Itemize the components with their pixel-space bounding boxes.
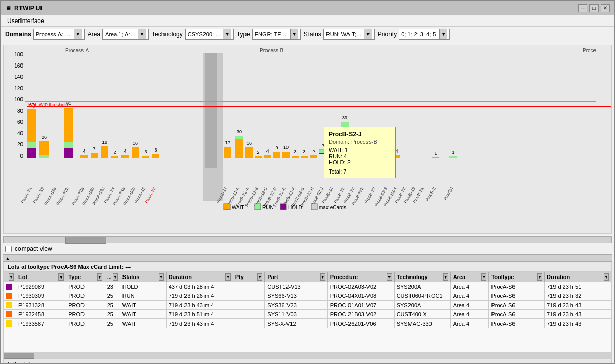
th-duration2[interactable]: Duration▼ [545, 272, 611, 282]
menu-item-userinterface[interactable]: UserInterface [3, 16, 48, 26]
area-select[interactable]: Area.1; Area.2... ▼ [102, 29, 149, 40]
chart-container[interactable]: High WIP threshold 180 160 140 120 100 8… [3, 45, 612, 234]
technology-dropdown-icon[interactable]: ▼ [223, 29, 231, 39]
domains-select[interactable]: Process-A; Pr... ▼ [33, 29, 85, 40]
svg-text:1: 1 [434, 151, 437, 156]
technology-select[interactable]: CSYS200; CS... ▼ [185, 29, 234, 40]
bar-wait[interactable] [292, 156, 299, 158]
bar-wait[interactable] [111, 156, 118, 158]
bar-wait[interactable] [91, 153, 98, 158]
cell-1: P1931328 [16, 301, 66, 310]
table-container[interactable]: ▼ Lot▼ Type▼ ...▼ Status▼ [4, 272, 611, 352]
sort-technology[interactable]: ▼ [443, 273, 448, 281]
bar-hold[interactable] [64, 148, 73, 158]
priority-dropdown-icon[interactable]: ▼ [439, 29, 447, 39]
sort-duration2[interactable]: ▼ [604, 273, 609, 281]
sort-qty2[interactable]: ▼ [113, 273, 118, 281]
bar-wait[interactable] [132, 147, 139, 158]
bar-wait[interactable] [264, 155, 271, 158]
bar-wait[interactable] [282, 152, 290, 158]
svg-text:5: 5 [154, 147, 157, 153]
maximize-button[interactable]: □ [589, 4, 599, 12]
bar-wait[interactable] [27, 109, 36, 142]
th-pty[interactable]: Pty▼ [233, 272, 265, 282]
svg-text:39: 39 [342, 115, 347, 120]
th-technology[interactable]: Technology▼ [394, 272, 450, 282]
th-area[interactable]: Area▼ [450, 272, 489, 282]
bar-chart[interactable]: 180 160 140 120 100 80 60 40 20 0 Proces… [4, 45, 598, 227]
th-lot[interactable]: Lot▼ [16, 272, 66, 282]
domains-dropdown-icon[interactable]: ▼ [74, 29, 82, 39]
table-row[interactable]: P1933587PROD25WAIT719 d 23 h 43 m 4SYS-X… [4, 319, 611, 328]
sort-lot[interactable]: ▼ [58, 273, 64, 281]
bar-wait[interactable] [142, 156, 149, 158]
priority-select[interactable]: 0; 1; 2; 3; 4; 5 ▼ [399, 29, 450, 40]
bar-wait[interactable] [301, 156, 308, 158]
bar-wait[interactable] [39, 141, 49, 155]
th-tooltype[interactable]: Tooltype▼ [489, 272, 545, 282]
bar-run[interactable] [27, 142, 36, 148]
sort-area[interactable]: ▼ [481, 273, 486, 281]
svg-text:ProcA-S2: ProcA-S2 [32, 186, 45, 204]
bar-wait[interactable] [80, 155, 88, 158]
type-select[interactable]: ENGR; TEST; ... ▼ [252, 29, 301, 40]
th-expand[interactable]: ▼ [4, 272, 16, 282]
th-type[interactable]: Type▼ [66, 272, 105, 282]
table-row[interactable]: P1931328PROD25WAIT719 d 23 h 43 m 4SYS36… [4, 301, 611, 310]
cell-0 [4, 310, 16, 319]
area-dropdown-icon[interactable]: ▼ [138, 29, 146, 39]
bar-wait[interactable] [310, 155, 317, 158]
svg-text:30: 30 [237, 129, 242, 134]
type-dropdown-icon[interactable]: ▼ [290, 29, 298, 39]
type-label: Type [237, 31, 250, 38]
compact-view-checkbox[interactable] [5, 246, 12, 252]
svg-text:40: 40 [17, 131, 24, 136]
table-row[interactable]: P1930309PROD25RUN719 d 23 h 26 m 4SYS66-… [4, 291, 611, 301]
bar-run[interactable] [235, 136, 243, 139]
chart-scrollbar[interactable] [3, 236, 612, 243]
sort-procedure[interactable]: ▼ [387, 273, 392, 281]
svg-text:10: 10 [283, 145, 289, 150]
th-qty2-label: ... [107, 274, 112, 280]
table-row[interactable]: P1929089PROD23HOLD437 d 03 h 28 m 4CUST1… [4, 282, 611, 291]
close-button[interactable]: ✕ [601, 4, 610, 12]
bar-wait[interactable] [432, 157, 439, 158]
th-procedure[interactable]: Procedure▼ [327, 272, 394, 282]
table-scrollbar[interactable] [4, 352, 611, 359]
bar-run[interactable] [64, 142, 73, 148]
bar-run[interactable] [39, 155, 49, 158]
minimize-button[interactable]: ─ [578, 4, 587, 12]
collapse-row[interactable]: ▲ [3, 254, 612, 262]
sort-pty[interactable]: ▼ [257, 273, 262, 281]
bar-wait[interactable] [121, 155, 129, 158]
sort-part[interactable]: ▼ [320, 273, 325, 281]
table-scrollbar-thumb[interactable] [4, 353, 34, 359]
scrollbar-thumb[interactable] [65, 237, 106, 244]
bar-wait[interactable] [273, 152, 280, 158]
bar-wait[interactable] [101, 146, 108, 158]
th-qty2[interactable]: ...▼ [105, 272, 120, 282]
th-duration[interactable]: Duration▼ [166, 272, 233, 282]
th-technology-label: Technology [397, 274, 428, 280]
svg-text:2: 2 [113, 149, 116, 155]
bar-wait[interactable] [245, 147, 253, 158]
sort-duration[interactable]: ▼ [225, 273, 231, 281]
bar-wait[interactable] [224, 147, 231, 158]
bar-wait[interactable] [152, 154, 159, 158]
bar-run[interactable] [449, 156, 457, 158]
compact-view-label[interactable]: compact view [15, 245, 52, 252]
sort-status[interactable]: ▼ [159, 273, 164, 281]
bar-hold[interactable] [27, 148, 36, 158]
bar-wait[interactable] [64, 108, 73, 142]
bar-wait[interactable] [255, 156, 262, 158]
table-row[interactable]: P1932458PROD25WAIT719 d 23 h 51 m 4SYS11… [4, 310, 611, 319]
sort-tooltype[interactable]: ▼ [537, 273, 542, 281]
th-part[interactable]: Part▼ [265, 272, 327, 282]
sort-expand[interactable]: ▼ [9, 273, 14, 281]
status-dropdown-icon[interactable]: ▼ [364, 29, 372, 39]
th-status[interactable]: Status▼ [120, 272, 166, 282]
cell-3: 25 [105, 310, 120, 319]
status-select[interactable]: RUN; WAIT; H... ▼ [323, 29, 375, 40]
bar-wait[interactable] [235, 139, 243, 158]
sort-type[interactable]: ▼ [97, 273, 102, 281]
